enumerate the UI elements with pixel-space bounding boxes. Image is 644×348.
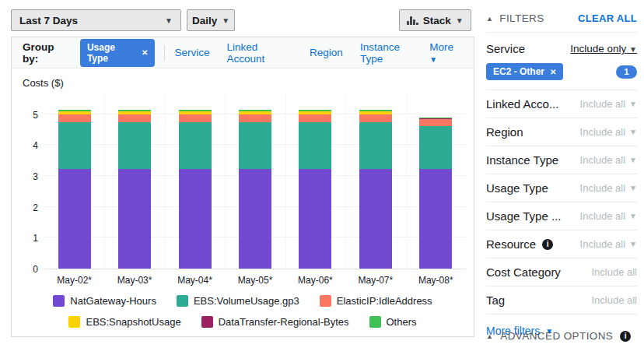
legend-label: DataTransfer-Regional-Bytes [219, 316, 349, 328]
bar-segment-natgateway-hours[interactable] [179, 169, 212, 269]
bar-segment-natgateway-hours[interactable] [118, 169, 151, 269]
group-by-link-region[interactable]: Region [310, 47, 343, 58]
bar-segment-elasticip-idleaddress[interactable] [359, 114, 392, 122]
legend-swatch [177, 295, 188, 307]
bar-segment-natgateway-hours[interactable] [299, 169, 331, 269]
service-filter-pill[interactable]: EC2 - Other ✕ [486, 63, 563, 80]
group-by-link-linked-account[interactable]: Linked Account [226, 41, 292, 65]
legend-item-natgateway-hours: NatGateway-Hours [53, 295, 156, 307]
bar-segment-ebs-volumeusage-gp3[interactable] [299, 122, 331, 170]
bar-segment-ebs-snapshotusage[interactable] [299, 111, 331, 114]
filter-value-text: Include all [580, 154, 626, 166]
bar-segment-elasticip-idleaddress[interactable] [58, 114, 91, 122]
bar-segment-ebs-snapshotusage[interactable] [118, 111, 151, 114]
legend-label: EBS:SnapshotUsage [86, 316, 180, 328]
bar-segment-natgateway-hours[interactable] [359, 169, 392, 269]
filter-value-dropdown-region[interactable]: Include all▼ [580, 126, 637, 138]
cost-chart-card: Group by: Usage Type ✕ ServiceLinked Acc… [11, 37, 474, 337]
filter-rows: Linked Acco...Include all▼RegionInclude … [486, 90, 637, 315]
bar-segment-elasticip-idleaddress[interactable] [299, 114, 331, 122]
clear-all-button[interactable]: CLEAR ALL [578, 12, 637, 24]
gridline [345, 93, 346, 269]
filter-value-dropdown-tag: Include all [591, 294, 637, 306]
service-filter-value-row: EC2 - Other ✕ 1 [486, 62, 637, 90]
x-tick-label: May-08* [406, 275, 466, 286]
filter-label-text: Linked Acco... [486, 97, 558, 111]
bar-segment-others[interactable] [179, 110, 212, 111]
advanced-options-toggle[interactable]: ▲ ADVANCED OPTIONS i [486, 330, 631, 342]
filters-collapse-toggle[interactable]: ▲ FILTERS [486, 12, 544, 24]
chevron-down-icon: ▼ [629, 45, 637, 54]
filter-value-text: Include all [580, 126, 626, 138]
filter-row-resource: ResourceiInclude all▼ [486, 230, 637, 258]
date-range-dropdown[interactable]: Last 7 Days ▼ [11, 9, 181, 31]
bar-segment-natgateway-hours[interactable] [239, 169, 271, 269]
bar-segment-ebs-volumeusage-gp3[interactable] [419, 126, 452, 170]
legend-item-ebs-volumeusage-gp3: EBS:VolumeUsage.gp3 [177, 295, 299, 307]
group-by-link-service[interactable]: Service [174, 47, 209, 58]
y-tick-label: 1 [33, 233, 38, 244]
x-tick-label: May-05* [225, 275, 285, 286]
bar-segment-elasticip-idleaddress[interactable] [419, 119, 452, 126]
close-icon[interactable]: ✕ [550, 68, 556, 76]
legend-label: Others [387, 316, 417, 328]
group-by-more-dropdown[interactable]: More ▼ [429, 41, 463, 65]
bar-segment-others[interactable] [359, 110, 392, 111]
filter-label-usage-type: Usage Type ... [486, 209, 561, 223]
bar-segment-ebs-snapshotusage[interactable] [359, 111, 392, 114]
bar-segment-ebs-volumeusage-gp3[interactable] [359, 122, 392, 170]
group-by-pill-usage-type[interactable]: Usage Type ✕ [80, 39, 156, 67]
filter-label-cost-category: Cost Category [486, 265, 561, 279]
y-tick-label: 4 [33, 140, 38, 151]
filter-value-dropdown-linked-acco[interactable]: Include all▼ [580, 98, 637, 110]
legend-row-1: NatGateway-HoursEBS:VolumeUsage.gp3Elast… [12, 295, 474, 307]
filter-label-usage-type: Usage Type [486, 181, 548, 195]
filter-value-text: Include all [580, 182, 626, 194]
bar-segment-ebs-volumeusage-gp3[interactable] [58, 122, 91, 170]
filter-label-text: Usage Type [486, 181, 548, 195]
filter-label-text: Instance Type [486, 153, 558, 167]
triangle-up-icon: ▲ [486, 15, 493, 23]
legend-swatch [201, 316, 213, 328]
filter-value-dropdown-usage-type[interactable]: Include all▼ [580, 182, 637, 194]
filter-value-dropdown-cost-category: Include all [591, 266, 637, 278]
close-icon[interactable]: ✕ [142, 48, 148, 57]
chevron-down-icon: ▼ [456, 16, 464, 25]
chevron-down-icon: ▼ [165, 16, 173, 25]
filter-value-dropdown-usage-type[interactable]: Include all▼ [580, 210, 637, 222]
service-filter-row: Service Include only ▼ [486, 33, 637, 62]
filters-header: ▲ FILTERS CLEAR ALL [486, 12, 637, 24]
bar-segment-ebs-snapshotusage[interactable] [179, 111, 212, 114]
bar-segment-ebs-snapshotusage[interactable] [239, 111, 271, 114]
bar-segment-ebs-snapshotusage[interactable] [58, 111, 91, 114]
service-include-mode-dropdown[interactable]: Include only ▼ [570, 43, 637, 54]
bar-segment-others[interactable] [118, 110, 151, 111]
group-by-link-instance-type[interactable]: Instance Type [360, 41, 420, 65]
filter-label-text: Tag [486, 294, 505, 307]
divider [164, 45, 165, 61]
advanced-options-label: ADVANCED OPTIONS [500, 330, 613, 342]
y-tick-label: 0 [33, 264, 38, 275]
bar-segment-ebs-volumeusage-gp3[interactable] [239, 122, 271, 170]
x-tick-label: May-02* [44, 275, 104, 286]
bar-segment-elasticip-idleaddress[interactable] [179, 114, 212, 122]
bar-segment-others[interactable] [58, 110, 91, 111]
bar-segment-others[interactable] [239, 110, 271, 111]
bar-segment-others[interactable] [419, 118, 452, 118]
granularity-dropdown[interactable]: Daily ▼ [187, 9, 235, 31]
plot-area [44, 93, 466, 269]
bar-segment-elasticip-idleaddress[interactable] [118, 114, 151, 122]
x-tick-label: May-04* [165, 275, 225, 286]
chart-style-dropdown[interactable]: Stack ▼ [399, 9, 471, 31]
bar-segment-natgateway-hours[interactable] [58, 169, 91, 269]
filter-value-text: Include all [591, 266, 637, 278]
bar-segment-ebs-volumeusage-gp3[interactable] [179, 122, 212, 170]
bar-segment-ebs-volumeusage-gp3[interactable] [118, 122, 151, 170]
bar-segment-elasticip-idleaddress[interactable] [239, 114, 271, 122]
bar-segment-natgateway-hours[interactable] [419, 169, 452, 269]
y-tick-label: 5 [33, 110, 38, 121]
filter-value-dropdown-resource[interactable]: Include all▼ [580, 238, 637, 250]
filter-value-dropdown-instance-type[interactable]: Include all▼ [580, 154, 637, 166]
chevron-down-icon: ▼ [629, 240, 637, 248]
bar-segment-others[interactable] [299, 110, 331, 111]
